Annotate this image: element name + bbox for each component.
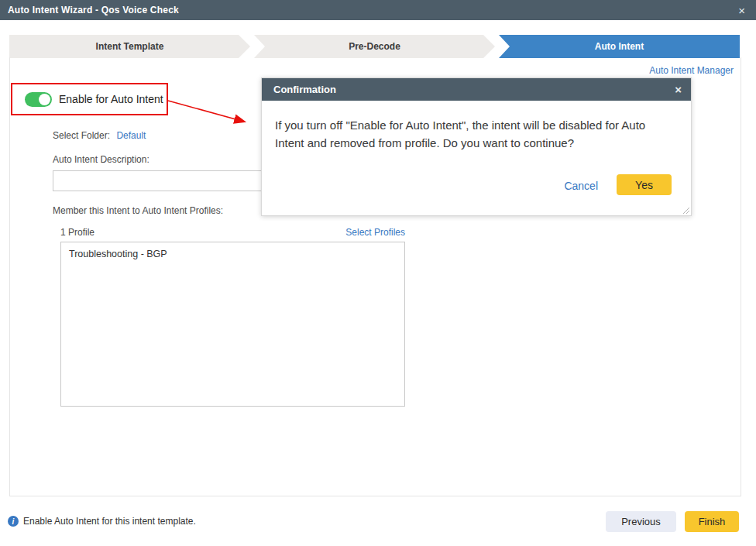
member-profiles-label: Member this Intent to Auto Intent Profil…	[53, 205, 223, 216]
profiles-header-row: 1 Profile Select Profiles	[60, 227, 405, 238]
step-pre-decode[interactable]: Pre-Decode	[254, 35, 495, 58]
window-titlebar: Auto Intent Wizard - Qos Voice Check ×	[0, 0, 756, 20]
select-folder-value-link[interactable]: Default	[116, 130, 146, 141]
dialog-close-icon[interactable]: ×	[675, 84, 682, 95]
enable-auto-intent-toggle[interactable]	[25, 92, 52, 107]
footer-info: i Enable Auto Intent for this intent tem…	[8, 516, 196, 527]
select-profiles-link[interactable]: Select Profiles	[345, 227, 405, 238]
yes-button[interactable]: Yes	[617, 174, 672, 195]
step-label: Auto Intent	[595, 41, 644, 52]
cancel-button[interactable]: Cancel	[564, 180, 598, 192]
toggle-knob	[39, 94, 50, 105]
select-folder-row: Select Folder: Default	[53, 130, 146, 141]
profiles-listbox[interactable]: Troubleshooting - BGP	[60, 242, 405, 407]
auto-intent-manager-link[interactable]: Auto Intent Manager	[649, 65, 734, 76]
description-label: Auto Intent Description:	[53, 154, 149, 165]
profile-list-item[interactable]: Troubleshooting - BGP	[61, 242, 404, 266]
window-title: Auto Intent Wizard - Qos Voice Check	[8, 5, 179, 15]
footer-info-text: Enable Auto Intent for this intent templ…	[23, 516, 196, 527]
step-auto-intent[interactable]: Auto Intent	[499, 35, 740, 58]
confirmation-dialog: Confirmation × If you turn off "Enable f…	[261, 77, 692, 216]
previous-button[interactable]: Previous	[606, 511, 676, 532]
enable-auto-intent-label: Enable for Auto Intent	[59, 93, 163, 105]
finish-button[interactable]: Finish	[685, 511, 739, 532]
confirmation-dialog-title: Confirmation	[273, 84, 336, 95]
info-icon: i	[8, 516, 19, 527]
step-intent-template[interactable]: Intent Template	[9, 35, 250, 58]
profile-count: 1 Profile	[60, 227, 94, 238]
select-folder-label: Select Folder:	[53, 130, 110, 141]
confirmation-message: If you turn off "Enable for Auto Intent"…	[275, 116, 675, 153]
confirmation-dialog-header[interactable]: Confirmation ×	[262, 78, 691, 101]
wizard-stepper: Intent Template Pre-Decode Auto Intent	[9, 35, 740, 58]
step-label: Intent Template	[96, 41, 164, 52]
step-label: Pre-Decode	[349, 41, 400, 52]
annotation-highlight-box: Enable for Auto Intent	[11, 83, 168, 115]
dialog-resize-grip[interactable]	[682, 207, 689, 214]
window-close-icon[interactable]: ×	[738, 5, 745, 16]
